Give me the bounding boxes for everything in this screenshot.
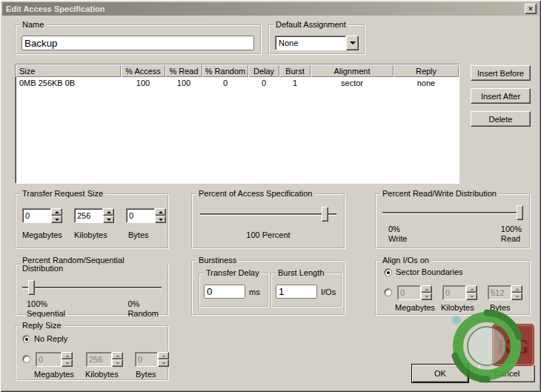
- arrow-up-icon: [55, 211, 59, 213]
- arrow-up-icon: [116, 355, 120, 357]
- arrow-down-icon: [162, 362, 166, 365]
- radio-button-icon[interactable]: [384, 268, 392, 276]
- read-write-slider[interactable]: [382, 205, 523, 220]
- arrow-down-icon: [470, 296, 474, 298]
- transfer-request-size-label: Transfer Request Size: [20, 190, 105, 198]
- arrow-up-icon: [65, 355, 70, 357]
- arrow-up-icon: [470, 288, 474, 290]
- name-input[interactable]: [21, 36, 254, 50]
- burstiness-label: Burstiness: [196, 256, 239, 265]
- arrow-up-icon: [107, 211, 111, 213]
- dropdown-button[interactable]: [346, 36, 359, 50]
- column-header-delay: Delay: [248, 64, 279, 77]
- slider-thumb[interactable]: [322, 207, 328, 222]
- spin-up-button: [421, 285, 432, 293]
- row-burst: 1: [279, 79, 311, 87]
- trs-bytes-label: Bytes: [128, 230, 149, 239]
- close-button[interactable]: ✕: [525, 4, 537, 14]
- arrow-up-icon: [515, 288, 520, 290]
- custom-reply-option[interactable]: [22, 355, 30, 363]
- burst-length-input[interactable]: [276, 285, 317, 299]
- trs-bytes-input[interactable]: [126, 208, 155, 223]
- column-header-size: Size: [16, 64, 121, 77]
- spin-up-button: [466, 285, 477, 293]
- slider-track[interactable]: [22, 287, 162, 288]
- access-spec-list[interactable]: Size % Access % Read % Random Delay Burs…: [15, 64, 459, 184]
- transfer-delay-label: Transfer Delay: [204, 269, 262, 277]
- slider-thumb[interactable]: [28, 280, 35, 295]
- spin-up-button[interactable]: [103, 208, 114, 216]
- align-ios-group: Align I/Os on Sector Boundaries Megabyte…: [375, 256, 531, 316]
- insert-before-button[interactable]: Insert Before: [471, 65, 531, 81]
- burst-length-label: Burst Length: [276, 269, 326, 277]
- close-icon: ✕: [528, 5, 534, 13]
- percent-access-group: Percent of Access Specification 100 Perc…: [191, 190, 345, 249]
- spin-down-button: [62, 359, 73, 367]
- default-assignment-group: Default Assignment None: [268, 21, 365, 55]
- radio-button-icon[interactable]: [384, 288, 392, 296]
- delete-button[interactable]: Delete: [471, 111, 531, 127]
- spin-up-button[interactable]: [51, 208, 62, 216]
- trs-kilobytes-spinner[interactable]: [74, 208, 114, 223]
- cancel-button[interactable]: Cancel: [479, 365, 535, 382]
- reply-kilobytes-spinner: [86, 352, 123, 367]
- random-sequential-label: Percent Random/Sequential Distribution: [20, 256, 167, 273]
- arrow-up-icon: [162, 355, 166, 357]
- trs-megabytes-spinner[interactable]: [22, 208, 62, 223]
- row-size: 0MB 256KB 0B: [16, 79, 121, 87]
- window-title: Edit Access Specification: [6, 4, 525, 13]
- spin-down-button[interactable]: [51, 216, 62, 223]
- ok-button[interactable]: OK: [412, 365, 468, 382]
- titlebar[interactable]: Edit Access Specification ✕: [2, 2, 539, 16]
- slider-thumb[interactable]: [517, 205, 523, 220]
- table-row[interactable]: 0MB 256KB 0B 100 100 0 0 1 sector none: [16, 77, 459, 89]
- read-write-right-label: 100%Read: [501, 225, 522, 244]
- slider-track[interactable]: [382, 212, 523, 213]
- spin-up-button[interactable]: [155, 208, 166, 216]
- reply-megabytes-label: Megabytes: [34, 370, 74, 379]
- name-group: Name: [15, 21, 262, 55]
- slider-track[interactable]: [200, 213, 336, 215]
- default-assignment-value: None: [275, 36, 346, 50]
- reply-bytes-input: [135, 352, 158, 367]
- trs-kilobytes-input[interactable]: [74, 208, 103, 223]
- column-header-alignment: Alignment: [311, 64, 394, 77]
- read-write-label: Percent Read/Write Distribution: [380, 190, 499, 198]
- burst-length-group: Burst Length I/Os: [270, 269, 342, 308]
- arrow-down-icon: [116, 362, 120, 365]
- watermark-text: KG: [497, 335, 529, 358]
- custom-align-option[interactable]: [384, 288, 392, 296]
- default-assignment-dropdown[interactable]: None: [275, 36, 359, 50]
- row-access: 100: [121, 79, 165, 87]
- arrow-down-icon: [55, 219, 59, 221]
- reply-bytes-label: Bytes: [136, 370, 156, 379]
- percent-access-label: Percent of Access Specification: [196, 190, 314, 198]
- spin-down-button: [158, 359, 169, 367]
- no-reply-label: No Reply: [34, 334, 67, 343]
- row-reply: none: [394, 79, 459, 87]
- sector-boundaries-label: Sector Boundaries: [396, 268, 463, 276]
- random-sequential-group: Percent Random/Sequential Distribution 1…: [15, 256, 169, 316]
- spin-down-button[interactable]: [103, 216, 114, 223]
- radio-button-icon[interactable]: [22, 335, 30, 343]
- no-reply-option[interactable]: No Reply: [22, 334, 67, 343]
- arrow-down-icon: [65, 362, 70, 365]
- radio-button-icon[interactable]: [22, 355, 30, 363]
- align-bytes-label: Bytes: [490, 303, 511, 312]
- list-header: Size % Access % Read % Random Delay Burs…: [16, 64, 459, 77]
- percent-access-slider[interactable]: [200, 207, 336, 222]
- trs-bytes-spinner[interactable]: [126, 208, 166, 223]
- sector-boundaries-option[interactable]: Sector Boundaries: [384, 268, 463, 276]
- burstiness-group: Burstiness Transfer Delay ms Burst Lengt…: [191, 256, 345, 316]
- spin-down-button: [466, 293, 477, 300]
- insert-after-button[interactable]: Insert After: [471, 88, 531, 104]
- spin-down-button[interactable]: [155, 216, 166, 223]
- arrow-up-icon: [425, 288, 429, 290]
- transfer-delay-input[interactable]: [204, 285, 245, 299]
- align-bytes-input: [488, 285, 511, 300]
- arrow-down-icon: [159, 219, 163, 221]
- random-sequential-slider[interactable]: [22, 280, 162, 295]
- reply-kilobytes-input: [86, 352, 112, 367]
- column-header-reply: Reply: [394, 64, 459, 77]
- trs-megabytes-input[interactable]: [22, 208, 51, 223]
